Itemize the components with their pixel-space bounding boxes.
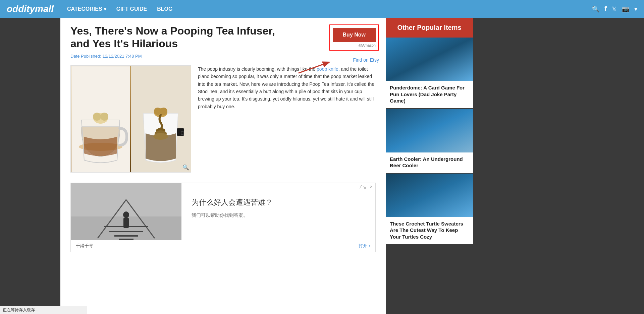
left-sidebar bbox=[0, 18, 60, 314]
nav-links: CATEGORIES ▾ GIFT GUIDE BLOG bbox=[67, 6, 592, 12]
tea-cup-right-svg bbox=[131, 66, 190, 172]
popular-item-3[interactable]: These Crochet Turtle Sweaters Are The Cu… bbox=[386, 174, 473, 244]
product-image-left bbox=[71, 66, 131, 173]
popular-items-header: Other Popular Items bbox=[386, 18, 473, 38]
ad-inner: 为什么好人会遭遇苦难？ 我们可以帮助你找到答案。 bbox=[71, 183, 375, 240]
popular-item-image-2 bbox=[386, 109, 473, 152]
ad-footer-left: 千縁千寻 bbox=[76, 243, 93, 249]
ad-open-button[interactable]: 打开 › bbox=[359, 243, 370, 249]
article-title: Yes, There's Now a Pooping Tea Infuser, … bbox=[70, 24, 278, 50]
header: odditymall CATEGORIES ▾ GIFT GUIDE BLOG … bbox=[0, 0, 644, 18]
tea-cup-left-svg bbox=[71, 66, 130, 172]
ad-footer: 千縁千寻 打开 › bbox=[71, 240, 375, 252]
ad-label: 广告 bbox=[360, 185, 367, 190]
ad-image-svg bbox=[71, 183, 181, 240]
search-icon[interactable]: 🔍 bbox=[592, 5, 599, 13]
svg-point-15 bbox=[153, 133, 168, 140]
svg-rect-28 bbox=[386, 174, 473, 217]
svg-rect-27 bbox=[386, 109, 473, 152]
product-image-right bbox=[131, 66, 191, 173]
nav-categories[interactable]: CATEGORIES ▾ bbox=[67, 6, 106, 12]
social-dropdown-icon[interactable]: ▾ bbox=[634, 5, 637, 13]
popular-item-image-1 bbox=[386, 38, 473, 81]
popular-item-title-3: These Crochet Turtle Sweaters Are The Cu… bbox=[386, 217, 473, 244]
svg-rect-26 bbox=[386, 38, 473, 81]
popular-item-2[interactable]: Earth Cooler: An Underground Beer Cooler bbox=[386, 109, 473, 173]
ad-text-area: 为什么好人会遭遇苦难？ 我们可以帮助你找到答案。 bbox=[181, 191, 375, 232]
nav-gift-guide[interactable]: GIFT GUIDE bbox=[116, 6, 147, 12]
ad-headline: 为什么好人会遭遇苦难？ bbox=[192, 197, 365, 207]
facebook-icon[interactable]: f bbox=[604, 5, 607, 13]
popular-item-title-1: Punderdome: A Card Game For Pun Lovers (… bbox=[386, 81, 473, 108]
article-body: The poop industry is clearly booming, wi… bbox=[198, 65, 376, 173]
instagram-icon[interactable]: 📷 bbox=[622, 5, 629, 13]
date-published: Date Published: 12/12/2021 7:48 PM bbox=[70, 54, 376, 59]
buy-now-button[interactable]: Buy Now bbox=[333, 28, 376, 42]
svg-point-6 bbox=[100, 113, 108, 121]
arrow-svg bbox=[295, 60, 335, 76]
twitter-icon[interactable]: 𝕏 bbox=[612, 5, 617, 13]
ad-subtext: 我们可以帮助你找到答案。 bbox=[192, 212, 365, 218]
popular-item-title-2: Earth Cooler: An Underground Beer Cooler bbox=[386, 152, 473, 173]
svg-point-12 bbox=[160, 108, 167, 115]
status-bar: 正在等待存入缓存... bbox=[0, 306, 87, 314]
svg-rect-25 bbox=[123, 218, 129, 228]
main-content: Yes, There's Now a Pooping Tea Infuser, … bbox=[60, 18, 386, 314]
svg-point-24 bbox=[123, 211, 129, 218]
right-sidebar: Other Popular Items Punderdome: A Card G… bbox=[386, 18, 473, 314]
popular-item-image-3 bbox=[386, 174, 473, 217]
logo[interactable]: odditymall bbox=[7, 4, 54, 14]
svg-line-1 bbox=[299, 62, 329, 73]
svg-point-5 bbox=[93, 113, 101, 121]
ad-image bbox=[71, 183, 181, 240]
content-row: 🔍 The poop industry is clearly booming, … bbox=[70, 65, 376, 173]
ad-section: 广告 ✕ bbox=[70, 183, 376, 252]
arrow-annotation bbox=[295, 60, 335, 78]
find-on-etsy-link[interactable]: Find on Etsy bbox=[353, 57, 379, 63]
at-amazon-label: @Amazon bbox=[333, 43, 376, 47]
status-text: 正在等待存入缓存... bbox=[3, 308, 38, 312]
header-icons: 🔍 f 𝕏 📷 ▾ bbox=[592, 5, 637, 13]
nav-blog[interactable]: BLOG bbox=[157, 6, 172, 12]
main-layout: Yes, There's Now a Pooping Tea Infuser, … bbox=[0, 18, 644, 314]
zoom-icon[interactable]: 🔍 bbox=[182, 164, 189, 171]
product-images: 🔍 bbox=[70, 65, 191, 173]
ad-close-button[interactable]: ✕ bbox=[370, 185, 373, 189]
popular-item-1[interactable]: Punderdome: A Card Game For Pun Lovers (… bbox=[386, 38, 473, 108]
buy-now-area: Buy Now @Amazon bbox=[329, 24, 379, 51]
